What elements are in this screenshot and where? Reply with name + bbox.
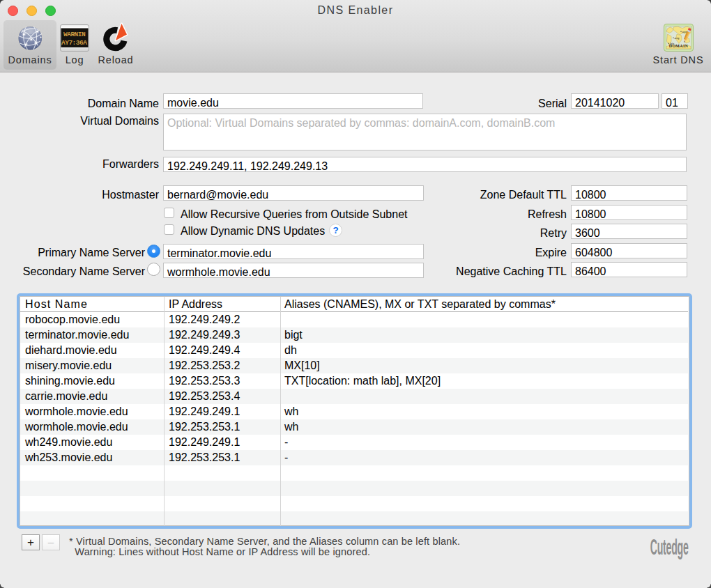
svg-text:WARNIN: WARNIN bbox=[63, 31, 86, 38]
svg-text:.org: .org bbox=[674, 36, 680, 40]
svg-text:DOMAIN: DOMAIN bbox=[669, 44, 689, 48]
svg-text:AY7:36A: AY7:36A bbox=[61, 39, 87, 47]
